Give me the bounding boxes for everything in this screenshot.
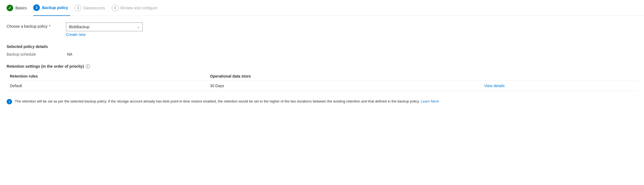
col-retention-rules: Retention rules: [7, 72, 207, 81]
step-datasources[interactable]: 3 Datasources: [75, 5, 107, 16]
step-basics-circle: ✓: [7, 5, 13, 11]
col-operational-store: Operational data store: [207, 72, 481, 81]
step-review-configure[interactable]: 4 Review and configure: [112, 5, 160, 16]
dropdown-value: BlobBackup: [69, 25, 89, 29]
step-backup-policy-label: Backup policy: [42, 5, 68, 10]
chevron-down-icon: ⌄: [137, 25, 140, 29]
backup-policy-field: BlobBackup ⌄ Create new: [66, 22, 143, 37]
step-backup-policy[interactable]: 2 Backup policy: [33, 4, 70, 16]
backup-schedule-label: Backup schedule: [7, 52, 67, 56]
table-header-row: Retention rules Operational data store: [7, 72, 637, 81]
step-backup-policy-number: 2: [36, 6, 38, 10]
info-icon[interactable]: i: [86, 64, 90, 69]
learn-more-link[interactable]: Learn More: [421, 99, 439, 103]
step-datasources-circle: 3: [75, 5, 81, 11]
step-backup-policy-circle: 2: [33, 4, 40, 11]
backup-schedule-row: Backup schedule NA: [7, 52, 637, 56]
col-action: [481, 72, 637, 81]
info-bar-icon: i: [7, 99, 12, 104]
info-bar: i The retention will be set as per the s…: [7, 95, 637, 104]
required-star: *: [48, 24, 51, 29]
table-row: Default 30 Days View details: [7, 81, 637, 91]
retention-header: Retention settings (in the order of prio…: [7, 64, 637, 69]
backup-schedule-value: NA: [67, 52, 72, 56]
backup-policy-row: Choose a backup policy * BlobBackup ⌄ Cr…: [7, 22, 637, 37]
retention-title: Retention settings (in the order of prio…: [7, 64, 84, 69]
datastore-value: 30 Days: [207, 81, 481, 91]
info-bar-text: The retention will be set as per the sel…: [15, 99, 637, 104]
rule-name: Default: [7, 81, 207, 91]
step-review-circle: 4: [112, 5, 118, 11]
step-review-label: Review and configure: [121, 6, 158, 10]
action-cell: View details: [481, 81, 637, 91]
retention-table: Retention rules Operational data store D…: [7, 72, 637, 91]
policy-details-title: Selected policy details: [7, 44, 637, 49]
create-new-link[interactable]: Create new: [66, 32, 143, 37]
step-basics-label: Basics: [15, 6, 27, 10]
step-datasources-number: 3: [77, 6, 79, 10]
wizard-steps: ✓ Basics 2 Backup policy 3 Datasources 4…: [0, 0, 644, 16]
main-content: Choose a backup policy * BlobBackup ⌄ Cr…: [0, 16, 644, 111]
step-basics[interactable]: ✓ Basics: [7, 5, 29, 16]
step-datasources-label: Datasources: [83, 6, 105, 10]
view-details-link[interactable]: View details: [484, 84, 505, 88]
backup-policy-dropdown[interactable]: BlobBackup ⌄: [66, 22, 143, 31]
check-icon: ✓: [8, 6, 12, 10]
step-review-number: 4: [114, 6, 116, 10]
backup-policy-label: Choose a backup policy *: [7, 22, 61, 29]
